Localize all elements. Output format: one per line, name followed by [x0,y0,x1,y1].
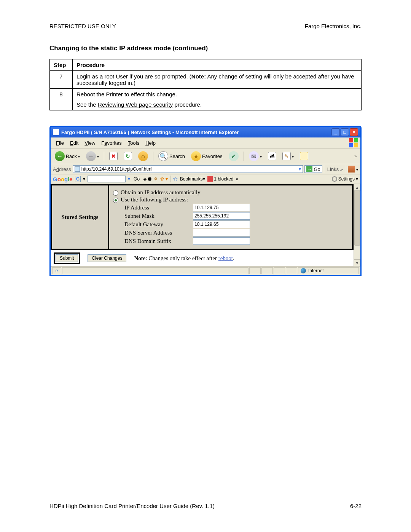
zone-label: Internet [308,268,324,273]
refresh-button[interactable]: ↻ [122,151,134,161]
menu-file[interactable]: File [53,139,67,147]
google-ext-icon[interactable]: ✿ ▾ [160,176,167,182]
address-dropdown-icon[interactable]: ▾ [299,166,301,172]
page-favicon-icon [75,166,80,172]
procedure-table: Step Procedure 7 Login as a root User if… [49,59,362,110]
radio-use-static[interactable] [113,198,118,203]
back-arrow-icon: ← [55,151,65,161]
radio-obtain-auto[interactable] [113,190,118,196]
windows-logo-icon [349,138,358,147]
bookmark-star-icon[interactable]: ☆ [173,176,178,182]
scroll-thumb[interactable] [354,191,360,246]
text: Reboot the Printer to effect this change… [76,91,357,97]
address-bar: Address http://10.244.69.101/tcpipConf.h… [51,164,360,174]
favorites-label: Favorites [202,153,222,159]
menu-help[interactable]: Help [142,139,159,147]
google-overflow[interactable]: » [236,176,239,182]
text: See the [76,101,98,108]
home-icon: ⌂ [138,151,148,161]
mail-button[interactable]: ✉ [247,150,264,162]
obtain-auto-label: Obtain an IP address automatically [121,189,200,196]
link-ref: Reviewing Web page security [98,101,173,108]
maximize-button[interactable]: □ [341,128,349,136]
scroll-down-icon[interactable]: ▼ [354,259,360,266]
stop-icon: ✖ [109,152,118,160]
note-text: Note: Changes only take effect after reb… [134,255,234,262]
status-message [62,267,249,274]
status-cell [261,267,273,274]
note-bold: Note: [191,73,206,80]
search-icon: 🔍 [158,151,168,161]
close-button[interactable]: × [350,128,358,136]
history-button[interactable]: ✔ [227,150,241,162]
subnet-mask-input[interactable] [193,212,250,220]
forward-arrow-icon: → [86,151,96,161]
company-label: Fargo Electronics, Inc. [305,23,362,29]
table-row: 7 Login as a root User if you are so pro… [50,71,362,89]
menu-view[interactable]: View [81,139,98,147]
google-g-dd[interactable]: ▾ [83,176,85,182]
refresh-icon: ↻ [124,152,132,160]
search-button[interactable]: 🔍 Search [156,150,187,162]
minimize-button[interactable]: _ [331,128,340,136]
go-button[interactable]: → Go [304,165,322,173]
status-cell [286,267,297,274]
menu-favorites[interactable]: Favorites [98,139,124,147]
google-g-icon[interactable]: G [75,176,81,182]
go-arrow-icon: → [306,166,312,172]
status-ie-icon: e [52,267,61,274]
edit-button[interactable]: ✎ [280,151,296,161]
address-input[interactable]: http://10.244.69.101/tcpipConf.html ▾ [73,165,303,173]
google-search-dd[interactable]: ▾ [128,176,130,182]
google-toolbar: Google G▾ ▾ Go ◈ ⬣ ❖ ✿ ▾ ☆ Bookmarks▾ 1 … [51,174,360,184]
note-bold: Note [134,255,145,261]
window-title: Fargo HDPii ( S/N A7160166 ) Network Set… [61,129,239,135]
ie-window: Fargo HDPii ( S/N A7160166 ) Network Set… [49,126,362,276]
menubar: File Edit View Favorites Tools Help [51,137,360,149]
reboot-link[interactable]: reboot [218,255,233,261]
links-label[interactable]: Links » [326,166,344,172]
footer-right: 6-22 [350,503,362,509]
dns-suffix-input[interactable] [193,237,250,245]
edit-icon: ✎ [282,152,291,160]
popup-blocked[interactable]: 1 blocked [207,176,234,182]
settings-label: Settings [338,176,355,182]
dns-server-input[interactable] [193,229,250,236]
google-more-icon[interactable]: ❖ [154,176,158,182]
address-url: http://10.244.69.101/tcpipConf.html [81,166,298,172]
addon-dropdown[interactable] [356,166,358,172]
menu-tools[interactable]: Tools [125,139,142,147]
bookmarks-button[interactable]: Bookmarks▾ [180,176,205,182]
print-button[interactable]: 🖶 [266,151,278,161]
toolbar-overflow[interactable]: » [354,154,358,158]
google-nav-icons[interactable]: ◈ ⬣ [143,176,151,182]
printer-icon: 🖶 [268,152,276,160]
statusbar: e Internet [51,266,360,275]
menu-edit[interactable]: Edit [67,139,81,147]
ip-address-input[interactable] [193,204,250,211]
google-search-input[interactable] [88,176,126,182]
back-button[interactable]: ← Back [53,150,82,162]
clear-changes-button[interactable]: Clear Changes [88,254,126,262]
google-go-button[interactable]: Go [132,176,141,182]
google-settings-button[interactable]: Settings▾ [332,176,358,182]
home-button[interactable]: ⌂ [136,150,150,162]
col-procedure: Procedure [73,59,362,71]
default-gateway-input[interactable] [193,220,250,228]
text: procedure. [173,101,202,108]
col-step: Step [50,59,73,71]
vertical-scrollbar[interactable]: ▲ ▼ [354,184,360,266]
blocked-icon [207,176,213,182]
ie-page-icon [53,129,59,135]
folder-button[interactable] [298,151,310,161]
content-area: Stored Settings Obtain an IP address aut… [51,184,360,266]
addon-icon[interactable] [348,166,355,173]
scroll-up-icon[interactable]: ▲ [354,184,360,191]
table-row: 8 Reboot the Printer to effect this chan… [50,89,362,110]
favorites-button[interactable]: ★ Favorites [189,150,224,162]
forward-button[interactable]: → [84,150,101,162]
status-cell [249,267,261,274]
folder-icon [300,152,308,160]
stop-button[interactable]: ✖ [107,151,119,161]
submit-button[interactable]: Submit [56,254,78,262]
